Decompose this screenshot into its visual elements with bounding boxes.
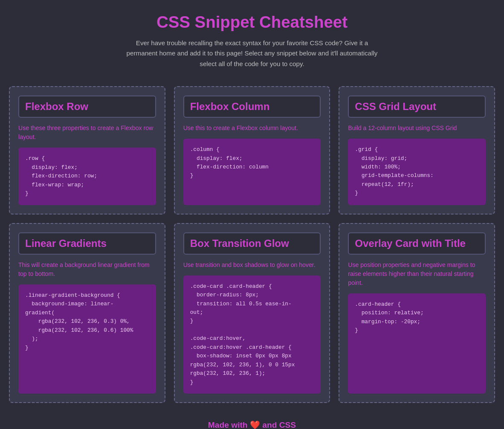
code-block-css-grid[interactable]: .grid { display: grid; width: 100%; grid… bbox=[348, 139, 486, 205]
heart-icon: ❤️ bbox=[250, 420, 260, 429]
footer-before: Made with bbox=[208, 420, 250, 429]
card-title-flexbox-row: Flexbox Row bbox=[18, 96, 156, 118]
footer-text: Made with ❤️ and CSS bbox=[9, 420, 495, 429]
code-block-linear-gradients[interactable]: .linear-gradient-background { background… bbox=[18, 284, 156, 394]
code-block-overlay-card[interactable]: .card-header { position: relative; margi… bbox=[348, 293, 486, 394]
page-title: CSS Snippet Cheatsheet bbox=[9, 13, 495, 32]
card-description-linear-gradients: This will create a background linear gra… bbox=[18, 261, 156, 278]
card-overlay-card[interactable]: Overlay Card with TitleUse position prop… bbox=[339, 223, 495, 403]
code-block-box-transition-glow[interactable]: .code-card .card-header { border-radius:… bbox=[183, 275, 321, 394]
page-header: CSS Snippet Cheatsheet Ever have trouble… bbox=[9, 13, 495, 69]
card-title-overlay-card: Overlay Card with Title bbox=[348, 232, 486, 255]
card-description-box-transition-glow: Use transition and box shadows to glow o… bbox=[183, 261, 321, 270]
cards-grid: Flexbox RowUse these three properties to… bbox=[9, 86, 495, 403]
card-title-box-transition-glow: Box Transition Glow bbox=[183, 232, 321, 255]
code-block-flexbox-column[interactable]: .column { display: flex; flex-direction:… bbox=[183, 139, 321, 205]
page-subtitle: Ever have trouble recalling the exact sy… bbox=[120, 38, 384, 69]
card-description-flexbox-column: Use this to create a Flexbox column layo… bbox=[183, 124, 321, 133]
card-title-flexbox-column: Flexbox Column bbox=[183, 96, 321, 118]
footer-after: and CSS bbox=[260, 420, 296, 429]
card-description-overlay-card: Use position properties and negative mar… bbox=[348, 261, 486, 287]
card-flexbox-row[interactable]: Flexbox RowUse these three properties to… bbox=[9, 86, 165, 214]
page-footer: Made with ❤️ and CSS bbox=[9, 420, 495, 429]
card-description-flexbox-row: Use these three properties to create a F… bbox=[18, 124, 156, 142]
card-flexbox-column[interactable]: Flexbox ColumnUse this to create a Flexb… bbox=[174, 86, 330, 214]
card-title-css-grid: CSS Grid Layout bbox=[348, 96, 486, 118]
card-title-linear-gradients: Linear Gradients bbox=[18, 232, 156, 255]
card-css-grid[interactable]: CSS Grid LayoutBuild a 12-column layout … bbox=[339, 86, 495, 214]
card-description-css-grid: Build a 12-column layout using CSS Grid bbox=[348, 124, 486, 133]
code-block-flexbox-row[interactable]: .row { display: flex; flex-direction: ro… bbox=[18, 148, 156, 205]
card-linear-gradients[interactable]: Linear GradientsThis will create a backg… bbox=[9, 223, 165, 403]
card-box-transition-glow[interactable]: Box Transition GlowUse transition and bo… bbox=[174, 223, 330, 403]
